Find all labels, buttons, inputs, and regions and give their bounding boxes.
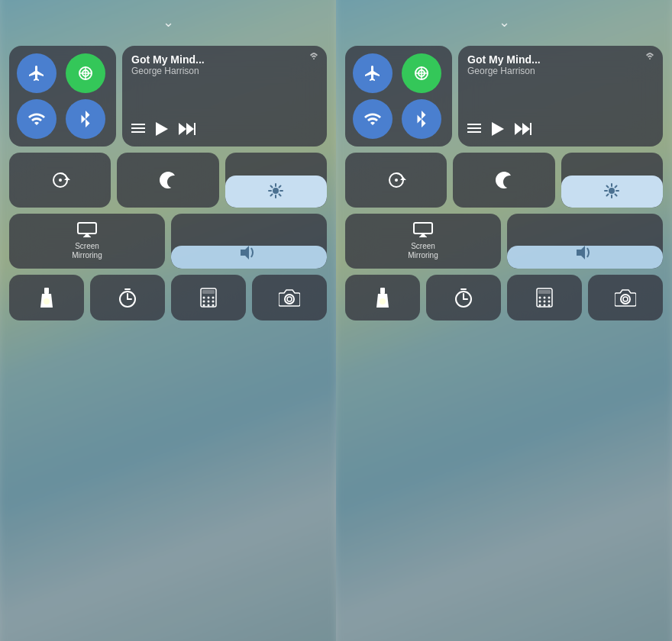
left-np-title: Got My Mind... bbox=[131, 53, 318, 66]
left-np-airplay-icon bbox=[309, 52, 319, 63]
svg-marker-8 bbox=[156, 122, 168, 136]
svg-line-71 bbox=[607, 195, 609, 196]
svg-rect-54 bbox=[467, 127, 481, 129]
right-np-info: Got My Mind... George Harrison bbox=[467, 53, 654, 76]
right-calculator-button[interactable] bbox=[507, 275, 582, 320]
right-bluetooth-button[interactable] bbox=[402, 99, 441, 139]
right-np-forward-icon[interactable] bbox=[515, 123, 531, 138]
svg-rect-24 bbox=[78, 223, 96, 234]
left-np-controls bbox=[131, 122, 318, 139]
left-volume-slider[interactable] bbox=[171, 214, 327, 269]
svg-line-70 bbox=[615, 186, 617, 188]
left-bottom-row bbox=[9, 275, 327, 320]
left-screen-mirroring-button[interactable]: ScreenMirroring bbox=[9, 214, 165, 269]
right-brightness-icon bbox=[604, 183, 619, 201]
left-calculator-button[interactable] bbox=[171, 275, 246, 320]
right-airplane-button[interactable] bbox=[353, 53, 393, 93]
svg-point-15 bbox=[273, 188, 279, 194]
svg-point-47 bbox=[287, 297, 292, 301]
right-camera-button[interactable] bbox=[588, 275, 663, 320]
svg-marker-13 bbox=[64, 177, 70, 180]
right-do-not-disturb-button[interactable] bbox=[453, 153, 554, 208]
right-middle-row bbox=[345, 153, 663, 208]
svg-marker-56 bbox=[492, 122, 504, 136]
left-wifi-button[interactable] bbox=[17, 99, 57, 139]
right-flashlight-button[interactable] bbox=[345, 275, 420, 320]
svg-point-78 bbox=[380, 298, 386, 304]
left-np-artist: George Harrison bbox=[131, 66, 318, 76]
left-connectivity-block bbox=[9, 46, 116, 147]
left-camera-button[interactable] bbox=[252, 275, 327, 320]
svg-marker-9 bbox=[179, 123, 186, 135]
left-airplane-button[interactable] bbox=[17, 53, 57, 93]
right-timer-button[interactable] bbox=[426, 275, 501, 320]
svg-marker-10 bbox=[186, 123, 194, 135]
svg-point-63 bbox=[609, 188, 615, 194]
right-np-menu-icon[interactable] bbox=[467, 124, 481, 137]
svg-point-62 bbox=[395, 179, 398, 182]
right-chevron[interactable]: ⌄ bbox=[499, 14, 510, 31]
left-brightness-icon bbox=[268, 183, 283, 201]
svg-marker-75 bbox=[577, 246, 585, 259]
svg-point-92 bbox=[544, 304, 546, 307]
left-rotation-button[interactable] bbox=[9, 153, 111, 208]
svg-line-21 bbox=[279, 195, 281, 196]
svg-point-87 bbox=[548, 297, 551, 299]
svg-marker-58 bbox=[522, 123, 530, 135]
left-np-menu-icon[interactable] bbox=[131, 124, 145, 137]
left-brightness-slider[interactable] bbox=[225, 153, 327, 208]
svg-line-69 bbox=[615, 195, 617, 196]
left-timer-button[interactable] bbox=[90, 275, 165, 320]
right-rotation-button[interactable] bbox=[345, 153, 447, 208]
right-top-row: Got My Mind... George Harrison bbox=[345, 46, 663, 147]
svg-point-85 bbox=[539, 297, 541, 299]
right-np-artist: George Harrison bbox=[467, 66, 654, 76]
left-top-row: Got My Mind... George Harrison bbox=[9, 46, 327, 147]
left-row3: ScreenMirroring bbox=[9, 214, 327, 269]
right-volume-slider[interactable] bbox=[507, 214, 663, 269]
right-screen-mirror-icon bbox=[413, 222, 433, 240]
svg-rect-59 bbox=[530, 123, 531, 135]
svg-point-45 bbox=[212, 304, 215, 307]
left-volume-icon bbox=[241, 246, 257, 263]
svg-point-14 bbox=[59, 179, 62, 182]
right-np-title: Got My Mind... bbox=[467, 53, 654, 66]
svg-point-4 bbox=[313, 58, 315, 60]
svg-rect-55 bbox=[467, 131, 481, 133]
svg-point-37 bbox=[203, 297, 205, 299]
left-chevron[interactable]: ⌄ bbox=[163, 14, 174, 31]
svg-rect-6 bbox=[131, 127, 145, 129]
svg-rect-53 bbox=[467, 124, 481, 125]
svg-point-93 bbox=[548, 304, 551, 307]
right-brightness-slider[interactable] bbox=[561, 153, 663, 208]
svg-marker-57 bbox=[515, 123, 522, 135]
left-np-forward-icon[interactable] bbox=[179, 123, 195, 138]
left-screen-mirror-icon bbox=[77, 222, 97, 240]
left-cellular-button[interactable] bbox=[66, 53, 105, 93]
right-np-play-icon[interactable] bbox=[492, 122, 504, 139]
svg-point-88 bbox=[539, 301, 541, 303]
right-wifi-button[interactable] bbox=[353, 99, 393, 139]
svg-point-30 bbox=[44, 298, 50, 304]
right-screen-mirroring-button[interactable]: ScreenMirroring bbox=[345, 214, 501, 269]
left-bluetooth-button[interactable] bbox=[66, 99, 105, 139]
svg-rect-84 bbox=[538, 290, 551, 294]
left-flashlight-button[interactable] bbox=[9, 275, 84, 320]
svg-point-52 bbox=[649, 58, 651, 60]
right-np-airplay-icon bbox=[645, 52, 655, 63]
left-np-info: Got My Mind... George Harrison bbox=[131, 53, 318, 76]
svg-point-43 bbox=[203, 304, 205, 307]
right-np-controls bbox=[467, 122, 654, 139]
svg-rect-28 bbox=[44, 288, 49, 294]
svg-point-44 bbox=[208, 304, 210, 307]
left-now-playing: Got My Mind... George Harrison bbox=[122, 46, 327, 147]
left-do-not-disturb-button[interactable] bbox=[117, 153, 218, 208]
right-cellular-button[interactable] bbox=[402, 53, 441, 93]
right-row3: ScreenMirroring bbox=[345, 214, 663, 269]
left-np-play-icon[interactable] bbox=[156, 122, 168, 139]
svg-point-91 bbox=[539, 304, 541, 307]
svg-point-89 bbox=[544, 301, 546, 303]
svg-point-46 bbox=[285, 295, 294, 304]
svg-point-40 bbox=[203, 301, 205, 303]
right-volume-icon bbox=[577, 246, 593, 263]
